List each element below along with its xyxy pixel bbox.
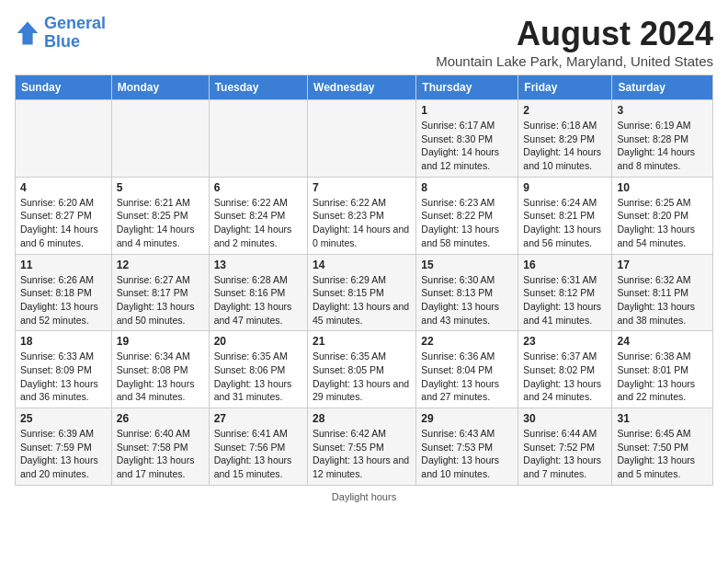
day-number: 18: [20, 335, 107, 348]
day-content: Sunrise: 6:22 AM Sunset: 8:24 PM Dayligh…: [214, 196, 302, 250]
calendar-cell-3-3: 13Sunrise: 6:28 AM Sunset: 8:16 PM Dayli…: [209, 254, 307, 331]
calendar-cell-5-7: 31Sunrise: 6:45 AM Sunset: 7:50 PM Dayli…: [612, 408, 713, 486]
calendar-cell-5-2: 26Sunrise: 6:40 AM Sunset: 7:58 PM Dayli…: [111, 408, 209, 486]
calendar-cell-1-1: [16, 100, 112, 178]
calendar-cell-1-7: 3Sunrise: 6:19 AM Sunset: 8:28 PM Daylig…: [612, 100, 713, 178]
calendar-cell-2-6: 9Sunrise: 6:24 AM Sunset: 8:21 PM Daylig…: [518, 177, 612, 254]
day-number: 16: [523, 259, 607, 271]
day-content: Sunrise: 6:42 AM Sunset: 7:55 PM Dayligh…: [313, 427, 411, 481]
title-area: August 2024 Mountain Lake Park, Maryland…: [436, 15, 713, 69]
day-number: 2: [523, 104, 607, 117]
calendar-header: SundayMondayTuesdayWednesdayThursdayFrid…: [16, 75, 713, 100]
week-row-2: 4Sunrise: 6:20 AM Sunset: 8:27 PM Daylig…: [16, 177, 713, 254]
calendar-body: 1Sunrise: 6:17 AM Sunset: 8:30 PM Daylig…: [16, 100, 713, 486]
day-content: Sunrise: 6:34 AM Sunset: 8:08 PM Dayligh…: [117, 350, 204, 404]
calendar-cell-3-7: 17Sunrise: 6:32 AM Sunset: 8:11 PM Dayli…: [612, 254, 713, 331]
day-content: Sunrise: 6:19 AM Sunset: 8:28 PM Dayligh…: [617, 119, 708, 173]
day-content: Sunrise: 6:29 AM Sunset: 8:15 PM Dayligh…: [313, 273, 411, 327]
day-number: 12: [117, 259, 204, 271]
calendar-cell-1-2: [111, 100, 209, 178]
calendar-cell-2-3: 6Sunrise: 6:22 AM Sunset: 8:24 PM Daylig…: [209, 177, 307, 254]
calendar-cell-3-2: 12Sunrise: 6:27 AM Sunset: 8:17 PM Dayli…: [111, 254, 209, 331]
day-number: 30: [523, 412, 607, 425]
day-number: 7: [313, 181, 411, 194]
week-row-4: 18Sunrise: 6:33 AM Sunset: 8:09 PM Dayli…: [16, 331, 713, 408]
calendar-cell-2-5: 8Sunrise: 6:23 AM Sunset: 8:22 PM Daylig…: [416, 177, 518, 254]
day-content: Sunrise: 6:24 AM Sunset: 8:21 PM Dayligh…: [523, 196, 607, 250]
day-content: Sunrise: 6:21 AM Sunset: 8:25 PM Dayligh…: [117, 196, 204, 250]
day-content: Sunrise: 6:33 AM Sunset: 8:09 PM Dayligh…: [20, 350, 107, 404]
day-content: Sunrise: 6:28 AM Sunset: 8:16 PM Dayligh…: [214, 273, 302, 327]
day-content: Sunrise: 6:27 AM Sunset: 8:17 PM Dayligh…: [117, 273, 204, 327]
day-number: 15: [421, 259, 513, 271]
calendar-cell-4-7: 24Sunrise: 6:38 AM Sunset: 8:01 PM Dayli…: [612, 331, 713, 408]
week-row-5: 25Sunrise: 6:39 AM Sunset: 7:59 PM Dayli…: [16, 408, 713, 486]
day-content: Sunrise: 6:25 AM Sunset: 8:20 PM Dayligh…: [617, 196, 708, 250]
day-number: 10: [617, 181, 708, 194]
calendar-cell-5-3: 27Sunrise: 6:41 AM Sunset: 7:56 PM Dayli…: [209, 408, 307, 486]
day-number: 31: [617, 412, 708, 425]
calendar-cell-1-3: [209, 100, 307, 178]
day-number: 19: [117, 335, 204, 348]
calendar-cell-4-3: 20Sunrise: 6:35 AM Sunset: 8:06 PM Dayli…: [209, 331, 307, 408]
day-number: 27: [214, 412, 302, 425]
day-number: 14: [313, 259, 411, 271]
day-content: Sunrise: 6:40 AM Sunset: 7:58 PM Dayligh…: [117, 427, 204, 481]
calendar-cell-5-4: 28Sunrise: 6:42 AM Sunset: 7:55 PM Dayli…: [308, 408, 416, 486]
calendar-cell-2-2: 5Sunrise: 6:21 AM Sunset: 8:25 PM Daylig…: [111, 177, 209, 254]
day-number: 6: [214, 181, 302, 194]
calendar-cell-3-5: 15Sunrise: 6:30 AM Sunset: 8:13 PM Dayli…: [416, 254, 518, 331]
day-number: 1: [421, 104, 513, 117]
day-content: Sunrise: 6:30 AM Sunset: 8:13 PM Dayligh…: [421, 273, 513, 327]
calendar-cell-3-6: 16Sunrise: 6:31 AM Sunset: 8:12 PM Dayli…: [518, 254, 612, 331]
week-row-3: 11Sunrise: 6:26 AM Sunset: 8:18 PM Dayli…: [16, 254, 713, 331]
day-content: Sunrise: 6:22 AM Sunset: 8:23 PM Dayligh…: [313, 196, 411, 250]
day-number: 3: [617, 104, 708, 117]
day-number: 4: [20, 181, 107, 194]
calendar-cell-2-1: 4Sunrise: 6:20 AM Sunset: 8:27 PM Daylig…: [16, 177, 112, 254]
day-content: Sunrise: 6:44 AM Sunset: 7:52 PM Dayligh…: [523, 427, 607, 481]
day-number: 25: [20, 412, 107, 425]
subtitle: Mountain Lake Park, Maryland, United Sta…: [436, 53, 713, 69]
calendar-cell-5-6: 30Sunrise: 6:44 AM Sunset: 7:52 PM Dayli…: [518, 408, 612, 486]
day-content: Sunrise: 6:39 AM Sunset: 7:59 PM Dayligh…: [20, 427, 107, 481]
calendar-cell-3-4: 14Sunrise: 6:29 AM Sunset: 8:15 PM Dayli…: [308, 254, 416, 331]
day-number: 9: [523, 181, 607, 194]
day-number: 11: [20, 259, 107, 271]
day-number: 20: [214, 335, 302, 348]
day-number: 29: [421, 412, 513, 425]
day-number: 21: [313, 335, 411, 348]
day-content: Sunrise: 6:26 AM Sunset: 8:18 PM Dayligh…: [20, 273, 107, 327]
col-header-tuesday: Tuesday: [209, 75, 307, 100]
calendar-cell-5-1: 25Sunrise: 6:39 AM Sunset: 7:59 PM Dayli…: [16, 408, 112, 486]
calendar-cell-4-2: 19Sunrise: 6:34 AM Sunset: 8:08 PM Dayli…: [111, 331, 209, 408]
day-number: 26: [117, 412, 204, 425]
day-number: 23: [523, 335, 607, 348]
day-content: Sunrise: 6:17 AM Sunset: 8:30 PM Dayligh…: [421, 119, 513, 173]
col-header-thursday: Thursday: [416, 75, 518, 100]
calendar-cell-2-7: 10Sunrise: 6:25 AM Sunset: 8:20 PM Dayli…: [612, 177, 713, 254]
day-content: Sunrise: 6:41 AM Sunset: 7:56 PM Dayligh…: [214, 427, 302, 481]
col-header-wednesday: Wednesday: [308, 75, 416, 100]
day-number: 22: [421, 335, 513, 348]
day-content: Sunrise: 6:35 AM Sunset: 8:06 PM Dayligh…: [214, 350, 302, 404]
logo: General Blue: [15, 15, 106, 52]
logo-line2: Blue: [44, 32, 80, 51]
col-header-saturday: Saturday: [612, 75, 713, 100]
calendar-cell-4-6: 23Sunrise: 6:37 AM Sunset: 8:02 PM Dayli…: [518, 331, 612, 408]
main-title: August 2024: [436, 15, 713, 53]
svg-marker-0: [17, 21, 38, 44]
day-content: Sunrise: 6:20 AM Sunset: 8:27 PM Dayligh…: [20, 196, 107, 250]
calendar-cell-3-1: 11Sunrise: 6:26 AM Sunset: 8:18 PM Dayli…: [16, 254, 112, 331]
day-content: Sunrise: 6:23 AM Sunset: 8:22 PM Dayligh…: [421, 196, 513, 250]
logo-line1: General: [44, 14, 106, 32]
day-number: 17: [617, 259, 708, 271]
day-content: Sunrise: 6:37 AM Sunset: 8:02 PM Dayligh…: [523, 350, 607, 404]
calendar-table: SundayMondayTuesdayWednesdayThursdayFrid…: [15, 75, 713, 486]
calendar-cell-1-5: 1Sunrise: 6:17 AM Sunset: 8:30 PM Daylig…: [416, 100, 518, 178]
logo-icon: [15, 20, 40, 46]
calendar-cell-2-4: 7Sunrise: 6:22 AM Sunset: 8:23 PM Daylig…: [308, 177, 416, 254]
day-content: Sunrise: 6:36 AM Sunset: 8:04 PM Dayligh…: [421, 350, 513, 404]
day-content: Sunrise: 6:45 AM Sunset: 7:50 PM Dayligh…: [617, 427, 708, 481]
header-row: SundayMondayTuesdayWednesdayThursdayFrid…: [16, 75, 713, 100]
